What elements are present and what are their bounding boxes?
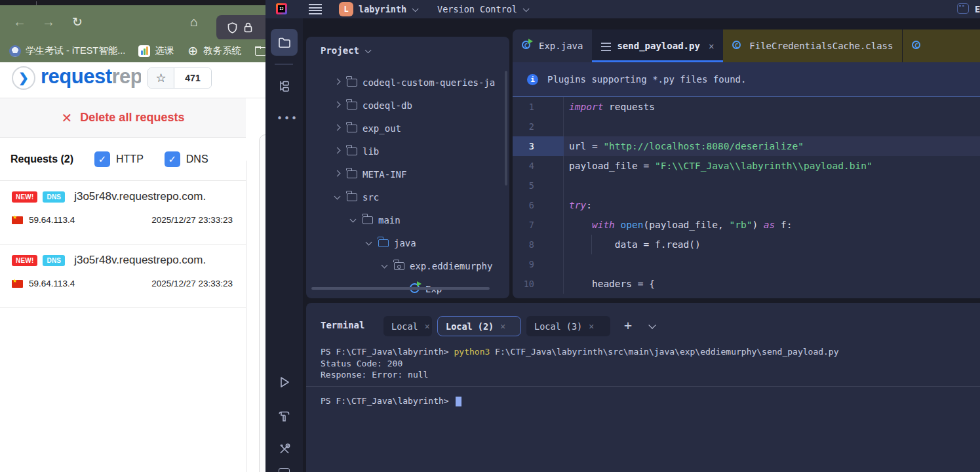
problems-tool-button[interactable] — [271, 435, 298, 462]
tree-item-main[interactable]: main — [306, 208, 509, 231]
project-tool-button[interactable] — [271, 29, 298, 56]
close-tab-icon[interactable]: ✕ — [709, 41, 714, 51]
bookmark-item[interactable] — [254, 45, 265, 57]
line-number: 8 — [513, 235, 564, 254]
bookmark-item[interactable]: 选课 — [138, 45, 174, 57]
tree-item-codeql-db[interactable]: codeql-db — [306, 94, 509, 117]
main-menu-icon[interactable] — [309, 4, 322, 16]
project-selector[interactable]: labyrinth — [359, 0, 416, 18]
folder-icon — [363, 215, 378, 226]
back-icon[interactable]: ← — [13, 14, 26, 30]
close-terminal-icon[interactable]: ✕ — [425, 321, 430, 331]
run-tool-button[interactable] — [271, 368, 298, 395]
horizontal-scrollbar[interactable] — [311, 287, 490, 290]
site-header: ❯ requestrepo ☆ 471 — [0, 62, 265, 98]
close-terminal-icon[interactable]: ✕ — [589, 321, 594, 331]
delete-all-requests-button[interactable]: ✕ Delete all requests — [0, 98, 246, 138]
editor-tab-partial[interactable]: C — [902, 30, 980, 62]
requests-list: NEW!DNSj3o5r48v.requestrepo.com.59.64.11… — [0, 181, 265, 308]
site-logo[interactable]: requestrepo — [41, 65, 141, 88]
tree-item-codeql-custom-queries-ja[interactable]: codeql-custom-queries-ja — [306, 71, 509, 94]
browser-tab-strip — [0, 0, 265, 5]
request-ip: 59.64.113.4 — [29, 279, 75, 288]
globe-icon: ⊕ — [187, 45, 199, 57]
star-count[interactable]: 471 — [174, 68, 211, 88]
home-icon[interactable]: ⌂ — [190, 14, 198, 30]
project-avatar[interactable]: L — [339, 2, 353, 16]
line-number: 2 — [513, 117, 564, 136]
command-separator — [306, 386, 980, 395]
more-tools-icon[interactable]: ••• — [277, 113, 298, 125]
code-line-9[interactable]: 9 — [513, 254, 980, 274]
itest-favicon — [9, 45, 21, 57]
tree-item-lib[interactable]: lib — [306, 140, 509, 163]
reload-icon[interactable]: ↻ — [72, 14, 83, 30]
structure-tool-button[interactable] — [271, 72, 298, 99]
stripe-divider — [275, 64, 293, 65]
forward-icon[interactable]: → — [42, 14, 55, 30]
code-line-3[interactable]: 3url = "http://localhost:8080/deserializ… — [513, 136, 980, 156]
terminal-output[interactable]: PS F:\CTF_Java\labyrinth> python3 F:\CTF… — [306, 346, 980, 406]
terminal-tab-local-2-[interactable]: Local (2)✕ — [437, 316, 521, 336]
tab-label: FileCredentialsCache.class — [749, 41, 893, 51]
line-number: 1 — [513, 97, 564, 117]
editor-tab-send-payload-py[interactable]: send_payload.py✕ — [592, 30, 723, 62]
checkbox-dns[interactable]: ✓ — [165, 151, 180, 167]
new-badge: NEW! — [12, 255, 37, 266]
code-text: payload_file = "F:\\CTF_Java\\labyrinth\… — [569, 156, 872, 176]
project-panel-header[interactable]: Project — [321, 45, 369, 56]
vertical-scrollbar[interactable] — [505, 71, 507, 186]
terminal-tab-local-3-[interactable]: Local (3)✕ — [526, 316, 610, 336]
intellij-logo-icon: IJ — [276, 3, 287, 14]
star-icon[interactable]: ☆ — [148, 68, 174, 88]
window-layout-icon[interactable] — [957, 3, 969, 14]
tree-item-meta-inf[interactable]: META-INF — [306, 163, 509, 186]
browser-window: ← → ↻ ⌂ 学生考试 - iTEST智能...选课⊕教务系统 ❯ reque… — [0, 0, 265, 472]
bookmark-item[interactable]: ⊕教务系统 — [187, 45, 241, 57]
terminal-tab-label: Local (3) — [534, 321, 582, 332]
shield-icon[interactable] — [227, 22, 237, 33]
filter-label: DNS — [186, 153, 208, 165]
project-tree: codeql-custom-queries-jacodeql-dbexp_out… — [306, 71, 509, 298]
request-item[interactable]: NEW!DNSj3o5r48v.requestrepo.com.59.64.11… — [0, 181, 246, 245]
folder-icon — [278, 37, 291, 49]
lock-icon[interactable] — [244, 22, 252, 33]
code-editor[interactable]: 1import requests23url = "http://localhos… — [513, 97, 980, 298]
checkbox-http[interactable]: ✓ — [94, 151, 110, 167]
close-terminal-icon[interactable]: ✕ — [500, 321, 505, 331]
editor-tab-filecredentialscache-class[interactable]: CFileCredentialsCache.class — [723, 30, 902, 62]
tree-item-src[interactable]: src — [306, 186, 509, 208]
code-line-5[interactable]: 5 — [513, 176, 980, 195]
requestrepo-logo-icon: ❯ — [12, 66, 35, 90]
screen: ← → ↻ ⌂ 学生考试 - iTEST智能...选课⊕教务系统 ❯ reque… — [0, 0, 980, 472]
vcs-menu[interactable]: Version Control — [437, 0, 527, 18]
country-flag-icon — [12, 216, 23, 224]
code-line-6[interactable]: 6try: — [513, 195, 980, 215]
url-bar[interactable] — [216, 15, 265, 40]
request-item[interactable]: NEW!DNSj3o5r48v.requestrepo.com.59.64.11… — [0, 245, 246, 308]
filter-dns: ✓DNS — [165, 151, 208, 167]
new-terminal-button[interactable]: + — [624, 317, 632, 333]
code-line-2[interactable]: 2 — [513, 117, 980, 136]
tree-item-exp-out[interactable]: exp_out — [306, 117, 509, 140]
code-line-1[interactable]: 1import requests — [513, 97, 980, 117]
code-line-10[interactable]: 10 headers = { — [513, 274, 980, 294]
github-star-widget[interactable]: ☆ 471 — [147, 68, 212, 88]
plugin-suggestion-banner[interactable]: i Plugins supporting *.py files found. — [513, 62, 980, 97]
close-icon: ✕ — [62, 110, 73, 126]
terminal-tool-button[interactable] — [279, 468, 290, 472]
editor-tab-exp-java[interactable]: CExp.java — [513, 30, 592, 62]
bookmark-item[interactable]: 学生考试 - iTEST智能... — [9, 45, 125, 57]
terminal-panel: Terminal Local✕Local (2)✕Local (3)✕ + PS… — [306, 303, 980, 472]
tree-item-label: lib — [363, 146, 379, 157]
code-line-7[interactable]: 7 with open(payload_file, "rb") as f: — [513, 215, 980, 235]
bookmarks-bar: 学生考试 - iTEST智能...选课⊕教务系统 — [0, 39, 265, 62]
folder-source-icon — [378, 238, 394, 248]
tree-item-java[interactable]: java — [306, 231, 509, 254]
tree-item-exp-eddiemurphy[interactable]: exp.eddiemurphy — [306, 254, 509, 277]
build-tool-button[interactable] — [271, 403, 298, 429]
terminal-tab-local[interactable]: Local✕ — [383, 316, 432, 336]
terminal-options-chevron-icon[interactable] — [648, 321, 656, 328]
code-line-8[interactable]: 8 data = f.read() — [513, 235, 980, 254]
code-line-4[interactable]: 4payload_file = "F:\\CTF_Java\\labyrinth… — [513, 156, 980, 176]
